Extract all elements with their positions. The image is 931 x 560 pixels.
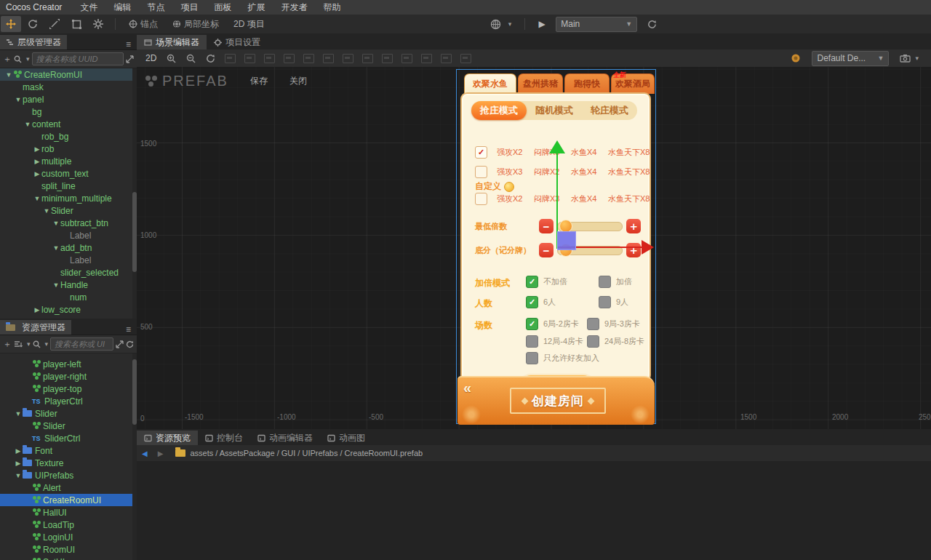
tree-item-Handle[interactable]: ▼Handle xyxy=(0,279,137,291)
align-icon-8[interactable] xyxy=(382,54,393,63)
expand-arrow-icon[interactable]: ▼ xyxy=(42,207,51,215)
expand-arrow-icon[interactable]: ▼ xyxy=(33,195,41,202)
hierarchy-menu-icon[interactable]: ≡ xyxy=(120,39,137,49)
option-checkbox[interactable]: ✓ xyxy=(526,318,538,330)
tree-item-multiple[interactable]: ▶multiple xyxy=(0,155,137,167)
menu-item-1[interactable]: 编辑 xyxy=(105,1,139,14)
tree-item-Font[interactable]: ▶Font xyxy=(0,444,137,457)
bottom-tab-1[interactable]: 控制台 xyxy=(198,431,250,445)
option-checkbox[interactable] xyxy=(599,296,611,308)
expand-arrow-icon[interactable]: ▼ xyxy=(52,220,60,227)
asset-search-filter-button[interactable]: ▾ xyxy=(33,340,49,348)
slider-minus-button[interactable]: − xyxy=(539,219,554,233)
option-checkbox[interactable] xyxy=(587,318,599,330)
gizmo-settings-button[interactable] xyxy=(88,16,108,32)
mode-tab-0[interactable]: 抢庄模式 xyxy=(471,101,527,120)
collapsed-arrow-icon[interactable]: ▶ xyxy=(33,145,41,153)
menu-item-7[interactable]: 帮助 xyxy=(315,1,348,14)
slider-handle[interactable] xyxy=(559,220,572,233)
tree-item-Label[interactable]: Label xyxy=(0,229,137,241)
assets-menu-icon[interactable]: ≡ xyxy=(120,324,137,335)
tree-item-Alert[interactable]: Alert xyxy=(0,481,137,494)
play-button[interactable]: ▶ xyxy=(532,16,552,32)
rotate-tool-button[interactable] xyxy=(23,16,43,32)
align-icon-0[interactable] xyxy=(225,54,236,63)
menu-item-5[interactable]: 扩展 xyxy=(239,1,273,14)
option-checkbox[interactable]: ✓ xyxy=(526,296,538,308)
expand-arrow-icon[interactable]: ▼ xyxy=(14,96,23,103)
anchor-toggle[interactable]: 锚点 xyxy=(129,18,158,31)
collapsed-arrow-icon[interactable]: ▶ xyxy=(14,447,23,455)
multiplier-checkbox-1[interactable] xyxy=(475,166,487,178)
menu-item-0[interactable]: 文件 xyxy=(72,1,105,14)
align-icon-10[interactable] xyxy=(421,54,432,63)
multiplier-checkbox-0[interactable]: ✓ xyxy=(475,146,487,159)
slider-minus-button[interactable]: − xyxy=(539,243,554,257)
hierarchy-tab[interactable]: 层级管理器 xyxy=(0,35,67,49)
collapsed-arrow-icon[interactable]: ▶ xyxy=(14,460,23,467)
align-icon-11[interactable] xyxy=(441,54,452,63)
game-tab-0[interactable]: 欢聚水鱼 xyxy=(464,73,516,94)
assets-search-input[interactable] xyxy=(50,337,113,351)
add-node-button[interactable]: ＋ xyxy=(3,53,12,65)
menu-item-3[interactable]: 项目 xyxy=(172,1,206,14)
collapsed-arrow-icon[interactable]: ▶ xyxy=(33,158,41,165)
zoom-in-button[interactable] xyxy=(161,54,181,63)
scene-select[interactable]: Main ▼ xyxy=(556,17,637,32)
expand-arrow-icon[interactable]: ▼ xyxy=(14,410,23,417)
reload-scene-button[interactable] xyxy=(642,16,662,32)
rect-tool-button[interactable] xyxy=(66,16,87,32)
tree-item-CreateRoomUI[interactable]: ▼CreateRoomUI xyxy=(0,68,137,81)
slider-plus-button[interactable]: ＋ xyxy=(626,243,641,257)
option-checkbox[interactable] xyxy=(599,276,611,288)
collapse-all-button[interactable] xyxy=(126,55,134,63)
menu-item-4[interactable]: 面板 xyxy=(206,1,239,14)
slider-track[interactable] xyxy=(557,222,623,231)
move-tool-button[interactable] xyxy=(1,16,21,32)
expand-arrow-icon[interactable]: ▼ xyxy=(52,281,60,289)
collapsed-arrow-icon[interactable]: ▶ xyxy=(33,170,41,177)
game-tab-1[interactable]: 盘州拱猪 xyxy=(518,73,563,94)
tree-item-PlayerCtrl[interactable]: TSPlayerCtrl xyxy=(0,395,137,407)
align-icon-1[interactable] xyxy=(244,54,255,63)
expand-arrow-icon[interactable]: ▼ xyxy=(52,244,60,252)
tree-item-Slider[interactable]: ▼Slider xyxy=(0,407,137,420)
forward-nav-icon[interactable]: ▶ xyxy=(153,449,169,457)
tree-item-LoadTip[interactable]: LoadTip xyxy=(0,519,137,531)
mode-tab-1[interactable]: 随机模式 xyxy=(527,101,582,120)
assets-refresh-button[interactable] xyxy=(126,340,134,348)
tree-item-low_score[interactable]: ▶low_score xyxy=(0,303,137,316)
tree-item-SetUI[interactable]: SetUI xyxy=(0,556,137,560)
mode-tab-2[interactable]: 轮庄模式 xyxy=(582,101,637,120)
tree-item-player-top[interactable]: player-top xyxy=(0,383,137,395)
align-icon-3[interactable] xyxy=(284,54,295,63)
option-checkbox[interactable] xyxy=(526,335,538,348)
bottom-tab-2[interactable]: 动画编辑器 xyxy=(250,431,320,445)
tree-item-rob[interactable]: ▶rob xyxy=(0,143,137,155)
game-tab-3[interactable]: 欢聚酒局全新 xyxy=(611,73,655,94)
tree-item-RoomUI[interactable]: RoomUI xyxy=(0,543,137,556)
option-checkbox[interactable] xyxy=(587,335,599,348)
expand-arrow-icon[interactable]: ▼ xyxy=(23,121,32,128)
reset-view-button[interactable] xyxy=(201,54,220,63)
tree-item-minimum_multiple[interactable]: ▼minimum_multiple xyxy=(0,192,137,204)
tree-item-SliderCtrl[interactable]: TSSliderCtrl xyxy=(0,432,137,444)
assets-tab[interactable]: 资源管理器 xyxy=(0,320,71,335)
slider-plus-button[interactable]: ＋ xyxy=(626,219,641,233)
search-filter-button[interactable]: ▾ xyxy=(14,55,30,63)
tree-item-bg[interactable]: bg xyxy=(0,105,137,118)
menu-item-6[interactable]: 开发者 xyxy=(273,1,315,14)
bottom-tab-3[interactable]: 动画图 xyxy=(320,431,372,445)
tree-item-subtract_btn[interactable]: ▼subtract_btn xyxy=(0,217,137,229)
tree-item-custom_text[interactable]: ▶custom_text xyxy=(0,167,137,180)
align-icon-5[interactable] xyxy=(323,54,334,63)
option-checkbox[interactable]: ✓ xyxy=(526,276,538,288)
tree-item-Slider[interactable]: Slider xyxy=(0,420,137,432)
collapsed-arrow-icon[interactable]: ▶ xyxy=(33,306,41,313)
tree-item-UIPrefabs[interactable]: ▼UIPrefabs xyxy=(0,469,137,481)
prefab-close-button[interactable]: 关闭 xyxy=(289,75,307,87)
tree-item-HallUI[interactable]: HallUI xyxy=(0,506,137,519)
gizmo-color-button[interactable] xyxy=(786,53,806,63)
slider-track[interactable] xyxy=(557,246,623,255)
expand-arrow-icon[interactable]: ▼ xyxy=(4,71,13,79)
